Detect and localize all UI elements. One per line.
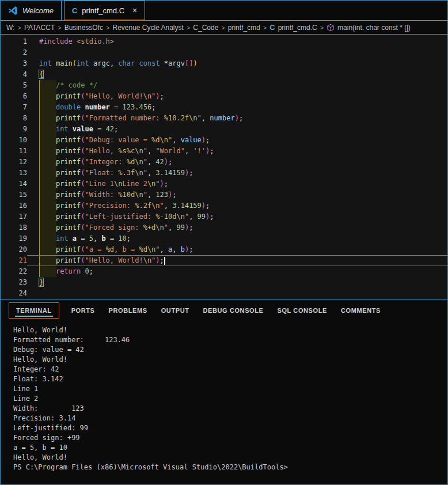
editor-tab-welcome[interactable]: Welcome [1, 1, 62, 20]
code-token: , [160, 245, 168, 253]
code-token: ( [81, 245, 85, 253]
code-token: <stdio.h> [77, 37, 114, 46]
code-line[interactable]: 21 printf("Hello, World!\n"); [1, 255, 447, 266]
code-token: ( [81, 114, 85, 122]
code-token: printf [56, 256, 81, 264]
code-token: ; [160, 92, 164, 100]
code-token: , [147, 169, 155, 177]
code-line[interactable]: 6 printf("Hello, World!\n"); [1, 91, 447, 102]
code-token: " [143, 158, 147, 166]
code-line[interactable]: 14 printf("Line 1\nLine 2\n"); [1, 179, 447, 190]
line-number: 5 [1, 80, 27, 91]
line-number: 13 [1, 168, 27, 179]
breadcrumb-item[interactable]: BusinessOfc [64, 24, 103, 32]
code-line[interactable]: 11 printf("Hello, %s%c\n", "World", '!')… [1, 146, 447, 157]
line-content: printf("Width: %10d\n", 123); [27, 190, 447, 200]
code-line[interactable]: 1#include <stdio.h> [1, 36, 447, 47]
code-token: printf [56, 245, 81, 253]
code-token [39, 169, 56, 177]
code-line[interactable]: 7 double number = 123.456; [1, 102, 447, 113]
code-token [39, 114, 56, 122]
close-icon[interactable]: × [132, 6, 137, 14]
code-token: * [160, 59, 168, 67]
code-line[interactable]: 12 printf("Integer: %d\n", 42); [1, 157, 447, 168]
code-line[interactable]: 4{ [1, 69, 447, 80]
breadcrumb-item[interactable]: W: [6, 24, 14, 32]
code-token: , b = [114, 245, 139, 253]
code-token: ; [168, 158, 172, 166]
line-content: printf("Float: %.3f\n", 3.14159); [27, 168, 447, 179]
code-token: \n [147, 180, 155, 188]
code-line[interactable]: 20 printf("a = %d, b = %d\n", a, b); [1, 244, 447, 255]
code-line[interactable]: 22 return 0; [1, 266, 447, 277]
code-token: = [77, 234, 89, 242]
code-token: " [198, 114, 202, 122]
code-token: 99 [198, 213, 206, 221]
panel-tab-sql-console[interactable]: SQL CONSOLE [271, 303, 334, 318]
panel-tab-debug-console[interactable]: DEBUG CONSOLE [196, 303, 271, 318]
terminal-line: Integer: 42 [13, 365, 447, 374]
code-token: 99 [176, 223, 184, 232]
code-line[interactable]: 8 printf("Formatted number: %10.2f\n", n… [1, 113, 447, 124]
code-token: %d [127, 158, 135, 166]
code-token: /* code */ [56, 81, 97, 89]
code-token: \n [155, 223, 164, 232]
code-line[interactable]: 15 printf("Width: %10d\n", 123); [1, 190, 447, 200]
code-token: %10d [118, 191, 135, 199]
code-token: , [110, 59, 118, 67]
code-line[interactable]: 18 printf("Forced sign: %+d\n", 99); [1, 222, 447, 233]
text-cursor [164, 257, 165, 265]
panel-tab-terminal[interactable]: TERMINAL [9, 302, 59, 319]
code-token [52, 59, 56, 67]
code-line[interactable]: 3int main(int argc, char const *argv[]) [1, 58, 447, 69]
code-editor[interactable]: 1#include <stdio.h>23int main(int argc, … [1, 35, 447, 300]
code-token [39, 92, 56, 100]
code-token: \n [135, 191, 143, 199]
code-line[interactable]: 13 printf("Float: %.3f\n", 3.14159); [1, 168, 447, 179]
panel-tab-problems[interactable]: PROBLEMS [102, 303, 154, 318]
breadcrumb-item-label: Revenue Cycle Analyst [112, 24, 183, 32]
panel-tab-ports[interactable]: PORTS [64, 303, 102, 318]
breadcrumb-item[interactable]: PATACCT [24, 24, 55, 32]
panel-tab-output[interactable]: OUTPUT [154, 303, 196, 318]
terminal-line: a = 5, b = 10 [13, 443, 447, 453]
code-token: %+d [143, 223, 156, 232]
line-content: printf("Debug: value = %d\n", value); [27, 135, 447, 146]
code-token [39, 158, 56, 166]
code-line[interactable]: 5 /* code */ [1, 80, 447, 91]
cube-icon [326, 24, 335, 32]
breadcrumb-item[interactable]: printf_cmd [228, 24, 260, 32]
breadcrumb-item[interactable]: Revenue Cycle Analyst [112, 24, 183, 32]
code-token: printf [56, 136, 81, 144]
code-token: } [39, 278, 43, 286]
line-number: 3 [1, 58, 27, 69]
code-token: %.2f [135, 202, 151, 210]
code-line[interactable]: 16 printf("Precision: %.2f\n", 3.14159); [1, 200, 447, 211]
breadcrumb-item[interactable]: main(int, char const * []) [326, 24, 411, 32]
line-number: 15 [1, 190, 27, 200]
code-line[interactable]: 2 [1, 47, 447, 58]
code-token: printf [56, 213, 81, 221]
code-token: printf [56, 92, 81, 100]
code-line[interactable]: 23} [1, 277, 447, 288]
code-line[interactable]: 17 printf("Left-justified: %-10d\n", 99)… [1, 211, 447, 222]
code-line[interactable]: 24 [1, 288, 447, 299]
breadcrumb-item[interactable]: C_Code [193, 24, 218, 32]
code-line[interactable]: 9 int value = 42; [1, 124, 447, 135]
terminal-line: Formatted number: 123.46 [13, 335, 447, 345]
line-number: 4 [1, 69, 27, 80]
code-token: \n [143, 92, 151, 100]
editor-tab-printf-cmd-c[interactable]: Cprintf_cmd.C× [64, 1, 145, 20]
chevron-right-icon: > [58, 24, 61, 31]
code-token [39, 234, 56, 242]
line-number: 21 [1, 255, 27, 266]
code-line[interactable]: 19 int a = 5, b = 10; [1, 233, 447, 244]
code-token: \n [135, 147, 143, 155]
code-token: ) [202, 202, 206, 210]
panel-tab-comments[interactable]: COMMENTS [334, 303, 388, 318]
breadcrumb-item[interactable]: Cprintf_cmd.C [269, 23, 317, 32]
chevron-right-icon: > [17, 24, 21, 31]
panel-tab-bar: TERMINALPORTSPROBLEMSOUTPUTDEBUG CONSOLE… [1, 300, 447, 321]
code-line[interactable]: 10 printf("Debug: value = %d\n", value); [1, 135, 447, 146]
terminal-output[interactable]: Hello, World!Formatted number: 123.46Deb… [1, 321, 447, 472]
